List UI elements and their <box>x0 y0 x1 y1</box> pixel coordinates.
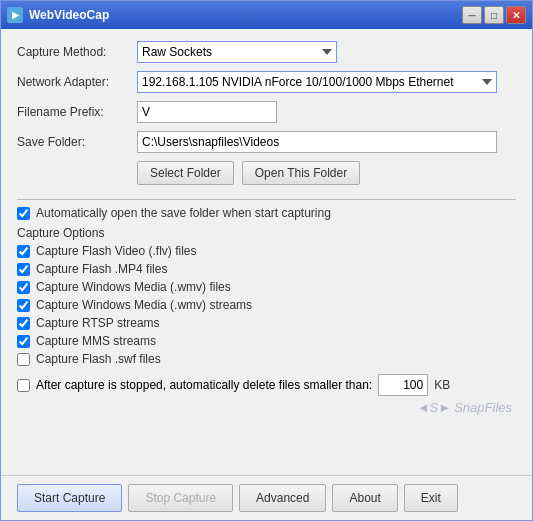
option-row-3: Capture Windows Media (.wmv) streams <box>17 298 516 312</box>
open-this-folder-button[interactable]: Open This Folder <box>242 161 361 185</box>
option-label-5: Capture MMS streams <box>36 334 156 348</box>
option-checkbox-0[interactable] <box>17 245 30 258</box>
auto-open-label: Automatically open the save folder when … <box>36 206 331 220</box>
auto-delete-size-input[interactable] <box>378 374 428 396</box>
option-label-3: Capture Windows Media (.wmv) streams <box>36 298 252 312</box>
option-checkbox-5[interactable] <box>17 335 30 348</box>
option-label-2: Capture Windows Media (.wmv) files <box>36 280 231 294</box>
filename-prefix-input[interactable] <box>137 101 277 123</box>
option-row-4: Capture RTSP streams <box>17 316 516 330</box>
save-folder-label: Save Folder: <box>17 135 137 149</box>
watermark-area: ◄S► SnapFiles <box>17 400 516 415</box>
select-folder-button[interactable]: Select Folder <box>137 161 234 185</box>
advanced-button[interactable]: Advanced <box>239 484 326 512</box>
capture-method-control: Raw Sockets <box>137 41 516 63</box>
option-label-1: Capture Flash .MP4 files <box>36 262 167 276</box>
option-row-1: Capture Flash .MP4 files <box>17 262 516 276</box>
option-label-4: Capture RTSP streams <box>36 316 160 330</box>
option-row-6: Capture Flash .swf files <box>17 352 516 366</box>
auto-delete-checkbox[interactable] <box>17 379 30 392</box>
capture-method-label: Capture Method: <box>17 45 137 59</box>
minimize-button[interactable]: ─ <box>462 6 482 24</box>
close-button[interactable]: ✕ <box>506 6 526 24</box>
option-checkbox-3[interactable] <box>17 299 30 312</box>
option-row-2: Capture Windows Media (.wmv) files <box>17 280 516 294</box>
exit-button[interactable]: Exit <box>404 484 458 512</box>
title-bar: ▶ WebVideoCap ─ □ ✕ <box>1 1 532 29</box>
about-button[interactable]: About <box>332 484 397 512</box>
auto-open-checkbox[interactable] <box>17 207 30 220</box>
auto-open-row: Automatically open the save folder when … <box>17 206 516 220</box>
footer: Start Capture Stop Capture Advanced Abou… <box>1 475 532 520</box>
option-label-0: Capture Flash Video (.flv) files <box>36 244 197 258</box>
app-icon: ▶ <box>7 7 23 23</box>
window-controls: ─ □ ✕ <box>462 6 526 24</box>
capture-method-select[interactable]: Raw Sockets <box>137 41 337 63</box>
auto-delete-row: After capture is stopped, automatically … <box>17 374 516 396</box>
option-checkbox-2[interactable] <box>17 281 30 294</box>
main-window: ▶ WebVideoCap ─ □ ✕ Capture Method: Raw … <box>0 0 533 521</box>
option-row-0: Capture Flash Video (.flv) files <box>17 244 516 258</box>
window-title: WebVideoCap <box>29 8 462 22</box>
option-checkbox-1[interactable] <box>17 263 30 276</box>
save-folder-input[interactable] <box>137 131 497 153</box>
content-area: Capture Method: Raw Sockets Network Adap… <box>1 29 532 475</box>
filename-prefix-label: Filename Prefix: <box>17 105 137 119</box>
stop-capture-button[interactable]: Stop Capture <box>128 484 233 512</box>
capture-method-row: Capture Method: Raw Sockets <box>17 41 516 63</box>
maximize-button[interactable]: □ <box>484 6 504 24</box>
network-adapter-row: Network Adapter: 192.168.1.105 NVIDIA nF… <box>17 71 516 93</box>
option-row-5: Capture MMS streams <box>17 334 516 348</box>
save-folder-control <box>137 131 516 153</box>
watermark-text: SnapFiles <box>454 400 512 415</box>
save-folder-row: Save Folder: <box>17 131 516 153</box>
capture-options-label: Capture Options <box>17 226 516 240</box>
option-checkbox-6[interactable] <box>17 353 30 366</box>
start-capture-button[interactable]: Start Capture <box>17 484 122 512</box>
network-adapter-label: Network Adapter: <box>17 75 137 89</box>
kb-label: KB <box>434 378 450 392</box>
separator-1 <box>17 199 516 200</box>
network-adapter-select[interactable]: 192.168.1.105 NVIDIA nForce 10/100/1000 … <box>137 71 497 93</box>
filename-prefix-row: Filename Prefix: <box>17 101 516 123</box>
filename-prefix-control <box>137 101 516 123</box>
folder-buttons-row: Select Folder Open This Folder <box>137 161 516 185</box>
option-checkbox-4[interactable] <box>17 317 30 330</box>
network-adapter-control: 192.168.1.105 NVIDIA nForce 10/100/1000 … <box>137 71 516 93</box>
auto-delete-label: After capture is stopped, automatically … <box>36 378 372 392</box>
option-label-6: Capture Flash .swf files <box>36 352 161 366</box>
